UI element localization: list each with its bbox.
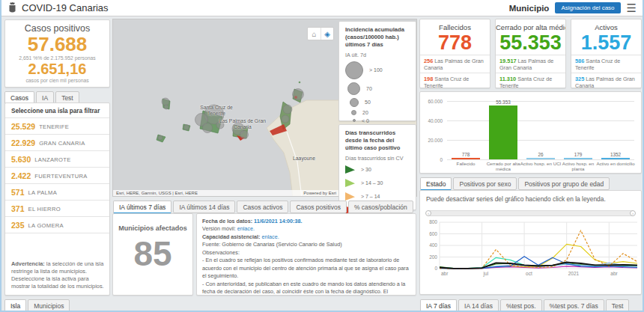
svg-text:abr: abr [441,271,449,276]
activos-card: Activos 1.557 586 Santa Cruz de Tenerife… [571,19,642,88]
bar-0[interactable] [452,158,480,159]
positives-total: 57.688 [5,34,109,55]
tab-ia-7dias[interactable]: IA últimos 7 días [113,201,171,214]
line-tabs: IA 7 díasIA 14 días%test pos.%test pos. … [420,298,643,312]
tab-test-pos7[interactable]: %test pos. 7 días [544,299,604,312]
legend-hint: Puede desactivar series del gráfico haci… [420,191,641,204]
tab-casos-activos[interactable]: Casos activos [237,201,288,213]
slider-handle-right[interactable]: › [630,210,636,216]
map-attribution: Esri, HERE, Garmin, USGS | Esri, HERE Po… [113,190,339,196]
menu-icon[interactable]: ☰ [627,2,637,13]
islands-warning: Advertencia: la selección de una isla re… [11,260,105,290]
svg-text:abr: abr [610,271,618,276]
source-line: Fuente: Gobierno de Canarias (Servicio C… [202,241,410,248]
svg-text:600: 600 [429,231,437,236]
tab-municipios[interactable]: Municipios [28,299,70,312]
bar-2[interactable] [526,158,555,159]
island-row-tenerife[interactable]: 25.529TENERIFE [5,118,109,135]
legend-ia-subtitle: IA últ. 7d [339,50,416,60]
app-title: COVID-19 Canarias [22,2,109,13]
observation-item: - En el cuadro se reflejan los positivos… [202,257,410,280]
slider-handle-left[interactable]: ‹ [425,210,431,216]
bubble-swatch [351,110,356,115]
days-swatch [345,165,355,174]
mobile-version-label: Versión móvil: [202,225,236,232]
cerrado-card: Cerrado por alta médica 55.353 19.517 La… [495,19,566,88]
map-basemap-layers-button[interactable]: ◈ [321,28,333,40]
fallecidos-title: Fallecidos [420,19,490,31]
map-controls: ⌂ ◈ [307,27,334,40]
left-bottom-tabs: IslaMunicipios [4,298,71,312]
covid-dashboard: COVID-19 Canarias Municipio Asignación d… [0,0,644,312]
bar-4[interactable] [601,158,630,159]
fallecidos-value: 778 [420,31,490,55]
municipalities-title: Municipios afectados [113,214,192,232]
legend-days-subtitle: Días trascurridos sin CV [339,153,416,163]
tab-estado[interactable]: Estado [420,177,452,191]
days-swatch [345,179,355,187]
svg-text:800: 800 [429,219,437,224]
island-row-gran-canaria[interactable]: 22.929GRAN CANARIA [5,135,109,151]
bubble-swatch [345,61,363,79]
svg-text:200: 200 [429,254,437,260]
tab-positivos-sexo[interactable]: Positivos por sexo [453,177,517,190]
positives-rate-label: casos por cien mil personas [5,78,109,83]
activos-title: Activos [571,19,641,31]
tab-isla[interactable]: Isla [4,299,26,312]
info-card: Fecha de los datos: 11/6/2021 14:00:38. … [196,213,416,296]
municipalities-card: Municipios afectados 85 [112,213,193,296]
tab-ia-14dias[interactable]: IA últimos 14 días [173,201,235,213]
assign-case-button[interactable]: Asignación del caso [555,2,620,13]
positives-title: Casos positivos [5,20,109,34]
ia-lines-card: Puede desactivar series del gráfico haci… [419,190,642,295]
canarias-emblem-icon [7,2,17,13]
legend-ia-title: Incidencia acumulada (casos/100000 hab.)… [339,22,416,50]
map-home-button[interactable]: ⌂ [308,28,321,40]
svg-text:0: 0 [434,266,437,271]
svg-text:400: 400 [429,242,437,248]
bar-3[interactable] [564,158,592,159]
observations-title: Observaciones: [202,249,410,257]
cerrado-title: Cerrado por alta médica [496,19,565,31]
ia-line-chart: 0200400600800abrjuloct2021abr [422,219,643,279]
municipalities-value: 85 [113,232,192,277]
island-row-el-hierro[interactable]: 371EL HIERRO [5,201,109,217]
positives-pct: 2,651 %% de 2.175.952 personas [5,55,109,61]
legend-ia-card: Incidencia acumulada (casos/100000 hab.)… [338,21,416,121]
island-row-la-palma[interactable]: 571LA PALMA [5,184,109,201]
svg-text:oct: oct [526,271,532,276]
island-row-fuerteventura[interactable]: 2.422FUERTEVENTURA [5,168,109,184]
legend-days-title: Días transcurridos desde la fecha del úl… [339,125,416,153]
island-row-la-gomera[interactable]: 235LA GOMERA [5,217,109,233]
tab-ia7[interactable]: IA 7 días [420,299,457,312]
tab-test-pos[interactable]: %test pos. [500,299,542,312]
islands-card: Seleccione una isla para filtrar 25.529T… [4,103,110,296]
islands-title: Seleccione una isla para filtrar [5,103,109,118]
municipio-label: Municipio [509,4,550,13]
activos-value: 1.557 [571,31,641,55]
tab-casos-positivos[interactable]: Casos positivos [290,201,347,213]
positives-rate: 2.651,16 [5,61,109,78]
mobile-version-link[interactable]: enlace. [237,225,255,232]
time-range-slider[interactable]: ‹ › [426,210,635,216]
capacity-label: Capacidad asistencial: [202,233,261,240]
capacity-link[interactable]: enlace. [262,233,279,240]
bubble-swatch [353,119,356,122]
tab-ia14[interactable]: IA 14 días [458,299,499,312]
legend-days-card: Días transcurridos desde la fecha del úl… [338,124,416,210]
data-date-label: Fecha de los datos: [202,218,252,224]
bubble-swatch [350,98,359,107]
bubble-swatch [347,82,360,95]
fallecidos-card: Fallecidos 778 256 Las Palmas de Gran Ca… [419,19,490,88]
tab-positivos-edad[interactable]: Positivos por grupo de edad [518,177,610,190]
estado-bar-chart: 020.00040.00060.000778Fallecido55.353Cer… [420,92,641,173]
svg-text:jul: jul [483,271,489,277]
bar-1[interactable] [489,105,517,159]
tab-test[interactable]: Test [606,299,630,312]
island-row-lanzarote[interactable]: 5.630LANZAROTE [5,151,109,168]
cerrado-value: 55.353 [496,31,565,55]
svg-text:2021: 2021 [568,271,580,276]
header-bar: COVID-19 Canarias Municipio Asignación d… [1,0,643,16]
tab-casos-poblacion[interactable]: % casos/población [348,201,413,213]
map-tabs: IA últimos 7 díasIA últimos 14 díasCasos… [113,199,415,214]
